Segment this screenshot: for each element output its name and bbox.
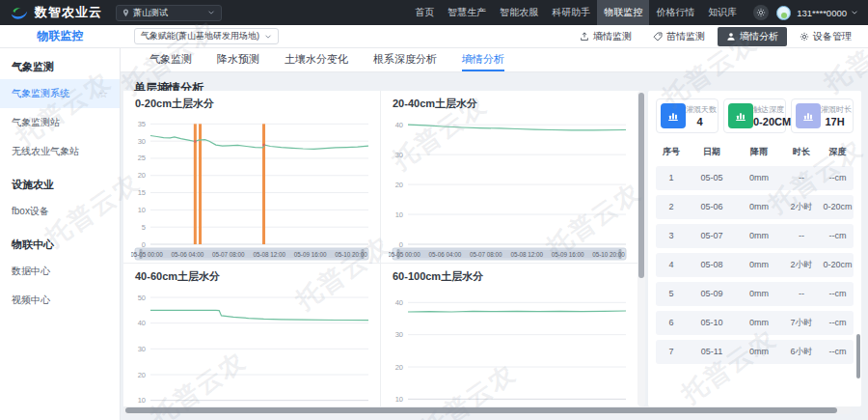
module-title: 物联监控 — [0, 28, 121, 44]
table-cell: 6 — [656, 311, 687, 335]
station-select[interactable]: 气象赋能(萧山基地研发用场地) — [134, 28, 279, 44]
user-phone: 131****0000 — [797, 8, 847, 18]
moisture-line — [150, 310, 368, 320]
panel-scrollbar-thumb[interactable] — [856, 334, 860, 378]
svg-text:05-06 04:00: 05-06 04:00 — [172, 251, 204, 258]
table-cell: --cm — [822, 311, 854, 335]
nav-item-价格行情[interactable]: 价格行情 — [649, 0, 701, 25]
action-墒情监测[interactable]: 墒情监测 — [571, 27, 640, 46]
stat-label: 触达深度 — [753, 104, 781, 115]
gear-small-icon — [800, 32, 809, 42]
avatar[interactable] — [776, 6, 791, 20]
svg-text:05-07 08:00: 05-07 08:00 — [212, 251, 245, 258]
scrollbar-thumb[interactable] — [638, 93, 644, 278]
analysis-panel: 灌溉天数4触达深度0-20CM灌溉时长17H 序号日期降雨时长深度 105-05… — [648, 91, 861, 406]
stat-text: 触达深度0-20CM — [753, 104, 781, 127]
svg-text:0: 0 — [142, 240, 146, 249]
event-marker — [262, 144, 265, 147]
svg-text:05-09 16:00: 05-09 16:00 — [552, 251, 584, 258]
table-cell: 0mm — [737, 282, 781, 306]
settings-button[interactable] — [753, 5, 769, 20]
table-cell: 7小时 — [781, 311, 822, 335]
svg-text:35: 35 — [138, 120, 146, 128]
table-row: 505-090mm----cm — [656, 282, 854, 306]
table-cell: 05-07 — [687, 224, 737, 248]
table-row: 705-110mm6小时--cm — [656, 340, 854, 364]
svg-text:05-05 00:00: 05-05 00:00 — [131, 251, 163, 258]
sidebar-item-数据中心[interactable]: 数据中心 — [0, 257, 120, 286]
chart-canvas: 01020304005-05 00:0005-06 04:0005-07 08:… — [389, 113, 630, 266]
nav-item-智能农服[interactable]: 智能农服 — [493, 0, 545, 25]
action-苗情监测[interactable]: 苗情监测 — [644, 27, 714, 46]
action-label: 设备管理 — [813, 30, 852, 43]
svg-text:05-07 08:00: 05-07 08:00 — [470, 251, 502, 258]
chart-title: 20-40cm土层水分 — [393, 97, 641, 111]
location-select[interactable]: 萧山测试 — [116, 5, 222, 21]
svg-text:05-05 00:00: 05-05 00:00 — [389, 251, 420, 258]
sidebar-item-视频中心[interactable]: 视频中心 — [0, 286, 120, 315]
table-header-cell: 降雨 — [737, 146, 781, 158]
svg-text:05-09 16:00: 05-09 16:00 — [294, 251, 327, 258]
table-cell: 0mm — [737, 340, 781, 364]
user-menu-chevron-icon[interactable] — [851, 9, 858, 16]
sidebar-item-无线农业气象站[interactable]: 无线农业气象站 — [0, 137, 120, 166]
nav-item-首页[interactable]: 首页 — [408, 0, 441, 25]
table-cell: 05-11 — [687, 340, 737, 364]
svg-text:0: 0 — [399, 240, 403, 249]
table-cell: --cm — [822, 166, 854, 190]
tab-土壤水分变化[interactable]: 土壤水分变化 — [285, 48, 348, 71]
svg-text:20: 20 — [395, 363, 403, 372]
nav-item-智慧生产[interactable]: 智慧生产 — [441, 0, 493, 25]
table-row: 105-050mm----cm — [656, 166, 854, 190]
stat-card-灌溉天数: 灌溉天数4 — [656, 98, 719, 133]
stat-label: 灌溉时长 — [821, 104, 849, 115]
sidebar-item-fbox设备[interactable]: fbox设备 — [0, 197, 120, 226]
tab-降水预测[interactable]: 降水预测 — [217, 48, 259, 71]
action-设备管理[interactable]: 设备管理 — [791, 27, 860, 46]
svg-text:10: 10 — [395, 210, 403, 219]
nav-item-科研助手[interactable]: 科研助手 — [545, 0, 597, 25]
chart-title: 40-60cm土层水分 — [135, 269, 380, 284]
table-cell: 0mm — [737, 166, 781, 190]
stat-label: 灌溉天数 — [686, 104, 714, 115]
sidebar-section-设施农业: 设施农业 — [0, 166, 120, 197]
scrollbar-thumb[interactable] — [125, 407, 837, 413]
table-body: 105-050mm----cm205-060mm2小时0-20cm305-070… — [656, 166, 854, 364]
star-icon[interactable]: ☆ — [98, 89, 108, 99]
horizontal-scrollbar[interactable] — [123, 406, 852, 414]
stat-value: 0-20CM — [753, 116, 781, 127]
sidebar-item-气象监测站[interactable]: 气象监测站 — [0, 108, 120, 137]
brand-name: 数智农业云 — [35, 4, 102, 21]
table-cell: 0-20cm — [822, 253, 854, 277]
rain-event-bar — [262, 124, 265, 244]
tag-icon — [653, 32, 663, 42]
gear-icon — [756, 8, 766, 17]
chart-title: 60-100cm土层水分 — [393, 269, 641, 284]
sidebar-item-气象监测系统[interactable]: 气象监测系统☆ — [0, 79, 120, 108]
tab-根系深度分析[interactable]: 根系深度分析 — [373, 48, 437, 71]
chart-canvas: 102030405005-05 00:0005-06 04:0005-07 08… — [131, 286, 372, 406]
charts-vertical-scrollbar[interactable] — [637, 91, 645, 406]
table-cell: -- — [781, 224, 822, 248]
sidebar-item-label: 无线农业气象站 — [12, 145, 79, 158]
action-墒情分析[interactable]: 墒情分析 — [718, 27, 787, 46]
meter-icon — [661, 103, 686, 128]
svg-text:05-10 20:00: 05-10 20:00 — [335, 251, 367, 258]
table-cell: 2 — [656, 195, 687, 219]
svg-text:20: 20 — [395, 181, 403, 189]
nav-item-知识库[interactable]: 知识库 — [701, 0, 744, 25]
nav-item-物联监控[interactable]: 物联监控 — [597, 0, 649, 25]
tab-墒情分析[interactable]: 墒情分析 — [462, 48, 504, 71]
table-cell: 0mm — [737, 253, 781, 277]
person-icon — [726, 32, 736, 42]
table-row: 405-080mm2小时0-20cm — [656, 253, 854, 277]
stat-text: 灌溉天数4 — [686, 104, 714, 127]
tab-气象监测[interactable]: 气象监测 — [149, 48, 192, 71]
chevron-down-icon — [264, 33, 272, 41]
svg-text:05-06 04:00: 05-06 04:00 — [429, 251, 462, 258]
action-label: 墒情监测 — [593, 30, 632, 43]
table-header-cell: 时长 — [781, 146, 822, 158]
map-pin-icon — [122, 9, 129, 17]
action-label: 墒情分析 — [740, 30, 778, 43]
table-header: 序号日期降雨时长深度 — [656, 143, 854, 166]
